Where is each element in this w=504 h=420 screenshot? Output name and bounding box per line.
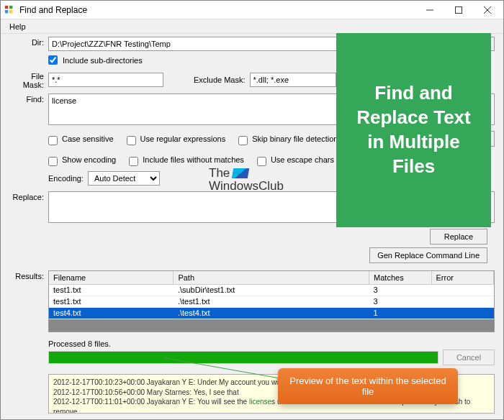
maximize-button[interactable] xyxy=(444,1,473,19)
table-row[interactable]: test4.txt .\test4.txt 1 xyxy=(49,307,494,319)
show-encoding-checkbox[interactable]: Show encoding xyxy=(48,155,116,165)
include-no-match-checkbox[interactable]: Include files without matches xyxy=(129,155,244,165)
titlebar: Find and Replace xyxy=(1,1,503,19)
progress-bar xyxy=(48,351,438,364)
use-regex-checkbox[interactable]: Use regular expressions xyxy=(127,134,226,144)
use-escape-checkbox[interactable]: Use escape chars xyxy=(257,155,334,165)
table-row[interactable]: test1.txt .\subDir\test1.txt 3 xyxy=(49,284,494,296)
gen-cmd-button[interactable]: Gen Replace Command Line xyxy=(369,247,487,263)
col-error[interactable]: Error xyxy=(431,271,493,284)
case-sensitive-checkbox[interactable]: Case sensitive xyxy=(48,134,114,144)
encoding-select[interactable]: Auto Detect xyxy=(88,171,160,186)
include-subdirs-label: Include sub-directories xyxy=(63,56,143,65)
label-find: Find: xyxy=(9,93,44,104)
progress-label: Processed 8 files. xyxy=(48,339,495,348)
svg-rect-2 xyxy=(5,10,8,13)
overlay-green-panel: Find and Replace Text in Multiple Files xyxy=(336,33,491,227)
menu-help[interactable]: Help xyxy=(4,21,32,32)
col-path[interactable]: Path xyxy=(174,271,369,284)
file-mask-input[interactable] xyxy=(48,73,163,87)
cancel-button[interactable]: Cancel xyxy=(443,350,495,365)
svg-rect-5 xyxy=(456,6,462,13)
label-file-mask: File Mask: xyxy=(9,70,44,89)
close-button[interactable] xyxy=(473,1,502,19)
table-row[interactable]: test1.txt .\test1.txt 3 xyxy=(49,296,494,307)
svg-rect-0 xyxy=(5,5,8,8)
label-encoding: Encoding: xyxy=(48,174,84,183)
col-matches[interactable]: Matches xyxy=(369,271,431,284)
include-subdirs-checkbox[interactable]: Include sub-directories xyxy=(48,54,143,65)
window-title: Find and Replace xyxy=(19,5,87,15)
results-table: Filename Path Matches Error test1.txt .\… xyxy=(48,270,495,332)
label-dir: Dir: xyxy=(9,37,44,47)
replace-button[interactable]: Replace xyxy=(430,229,487,245)
col-filename[interactable]: Filename xyxy=(49,271,174,284)
menubar: Help xyxy=(1,19,503,34)
skip-binary-checkbox[interactable]: Skip binary file detection xyxy=(238,134,338,144)
svg-rect-1 xyxy=(9,5,12,8)
exclude-mask-input[interactable] xyxy=(250,73,336,87)
label-replace: Replace: xyxy=(9,191,44,201)
minimize-button[interactable] xyxy=(415,1,444,19)
label-exclude-mask: Exclude Mask: xyxy=(194,76,246,84)
label-results: Results: xyxy=(9,270,44,280)
app-icon xyxy=(4,4,15,16)
svg-rect-3 xyxy=(9,10,12,13)
callout-bubble: Preview of the text within the selected … xyxy=(278,368,458,404)
